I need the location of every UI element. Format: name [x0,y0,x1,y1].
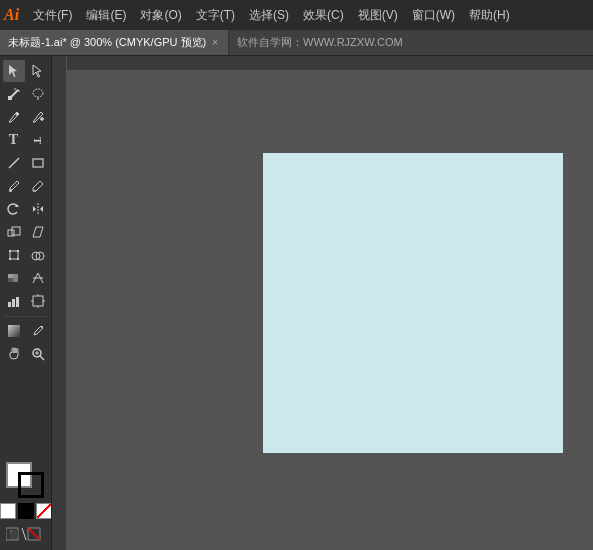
inactive-tab-label: 软件自学网：WWW.RJZXW.COM [237,35,403,50]
menu-item-s[interactable]: 选择(S) [243,5,295,26]
toolbar: T T [0,56,52,550]
svg-text:⬛: ⬛ [9,529,19,539]
menu-item-f[interactable]: 文件(F) [27,5,78,26]
svg-marker-18 [33,206,36,212]
active-tab[interactable]: 未标题-1.ai* @ 300% (CMYK/GPU 预览) × [0,30,228,55]
lasso-tool[interactable] [27,83,49,105]
menu-item-v[interactable]: 视图(V) [352,5,404,26]
menu-item-o[interactable]: 对象(O) [134,5,187,26]
ruler-horizontal [52,56,593,71]
color-area: ⬛ [0,458,51,550]
svg-marker-19 [40,206,43,212]
color-swatches-row [0,503,52,519]
paintbrush-tool[interactable] [3,175,25,197]
ruler-vertical [52,56,67,550]
artboard-tool[interactable] [27,290,49,312]
svg-rect-39 [16,297,19,307]
svg-point-7 [33,89,43,97]
svg-rect-40 [33,296,43,306]
graph-tool[interactable] [3,290,25,312]
tool-row-2 [0,83,51,105]
add-anchor-tool[interactable] [27,106,49,128]
svg-rect-23 [10,251,18,259]
pen-tool[interactable] [3,106,25,128]
title-bar: Ai 文件(F)编辑(E)对象(O)文字(T)选择(S)效果(C)视图(V)窗口… [0,0,593,30]
direct-selection-tool[interactable] [27,60,49,82]
svg-line-55 [28,528,40,540]
line-segment-tool[interactable] [3,152,25,174]
rotate-tool[interactable] [3,198,25,220]
menu-item-t[interactable]: 文字(T) [190,5,241,26]
svg-rect-24 [9,250,11,252]
svg-marker-1 [33,65,41,77]
shape-builder-tool[interactable] [27,244,49,266]
shear-tool[interactable] [27,221,49,243]
free-transform-tool[interactable] [3,244,25,266]
menu-bar: 文件(F)编辑(E)对象(O)文字(T)选择(S)效果(C)视图(V)窗口(W)… [27,5,516,26]
svg-rect-32 [8,278,13,282]
svg-rect-37 [8,302,11,307]
tool-row-10 [0,267,51,289]
svg-line-53 [22,528,26,540]
menu-item-h[interactable]: 帮助(H) [463,5,516,26]
svg-rect-25 [17,250,19,252]
tool-row-5 [0,152,51,174]
tab-bar: 未标题-1.ai* @ 300% (CMYK/GPU 预览) × 软件自学网：W… [0,30,593,56]
svg-rect-33 [13,278,18,282]
svg-rect-31 [13,274,18,278]
inactive-tab[interactable]: 软件自学网：WWW.RJZXW.COM [229,30,411,55]
main-area: T T [0,56,593,550]
vertical-type-tool[interactable]: T [27,129,49,151]
none-swatch[interactable] [36,503,52,519]
stroke-color-box[interactable] [18,472,44,498]
selection-tool[interactable] [3,60,25,82]
tool-row-gradient [0,320,51,342]
svg-line-12 [9,158,19,168]
tool-row-11 [0,290,51,312]
svg-rect-30 [8,274,13,278]
tool-row-8 [0,221,51,243]
live-paint-tool[interactable] [3,267,25,289]
scale-tool[interactable] [3,221,25,243]
black-swatch[interactable] [18,503,34,519]
svg-rect-38 [12,299,15,307]
zoom-tool[interactable] [27,343,49,365]
tool-row-9 [0,244,51,266]
tab-close-button[interactable]: × [210,37,220,48]
svg-line-48 [40,356,44,360]
svg-rect-3 [8,96,12,100]
perspective-grid-tool[interactable] [27,267,49,289]
gradient-tool[interactable] [3,320,25,342]
white-swatch[interactable] [0,503,16,519]
rectangle-tool[interactable] [27,152,49,174]
magic-wand-tool[interactable] [3,83,25,105]
menu-item-c[interactable]: 效果(C) [297,5,350,26]
tool-row-7 [0,198,51,220]
svg-rect-27 [17,258,19,260]
canvas-area [52,56,593,550]
tool-row-3 [0,106,51,128]
svg-rect-21 [12,227,20,235]
tool-row-1 [0,60,51,82]
menu-item-w[interactable]: 窗口(W) [406,5,461,26]
ai-logo: Ai [4,6,19,24]
tool-row-4: T T [0,129,51,151]
tool-row-hand [0,343,51,365]
eyedropper-tool[interactable] [27,320,49,342]
reflect-tool[interactable] [27,198,49,220]
pencil-tool[interactable] [27,175,49,197]
toolbar-separator [4,316,47,317]
extra-tools-row: ⬛ [6,526,46,546]
artboard [263,153,563,453]
svg-point-46 [41,326,43,328]
svg-marker-0 [9,65,17,77]
hand-tool[interactable] [3,343,25,365]
svg-point-9 [15,113,18,116]
menu-item-e[interactable]: 编辑(E) [80,5,132,26]
active-tab-label: 未标题-1.ai* @ 300% (CMYK/GPU 预览) [8,35,206,50]
svg-rect-26 [9,258,11,260]
type-tool[interactable]: T [3,129,25,151]
svg-rect-13 [33,159,43,167]
svg-point-14 [9,189,12,192]
stroke-fill-container[interactable] [6,462,46,500]
